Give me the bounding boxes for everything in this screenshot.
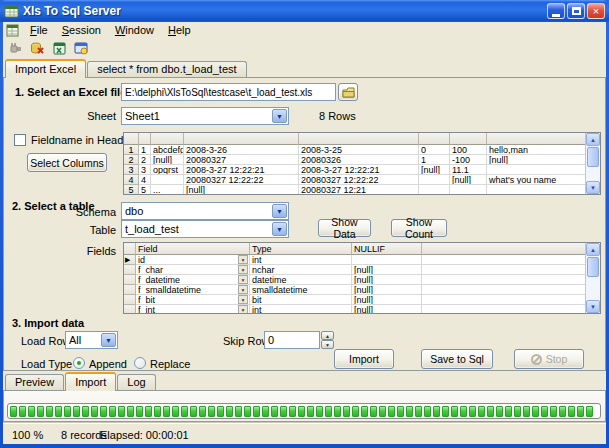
excel-grid-row[interactable]: 22[null]20080327200803261-100[null] [124, 155, 585, 165]
cell[interactable]: [null] [419, 165, 450, 175]
spin-up-icon[interactable]: ▲ [321, 331, 334, 340]
cell[interactable]: [null] [151, 155, 184, 165]
excel-file-input[interactable] [121, 83, 336, 101]
sheet-select[interactable]: Sheet1 ▼ [121, 107, 289, 125]
tab-preview[interactable]: Preview [5, 374, 64, 390]
cell[interactable]: 2 [139, 155, 151, 165]
cell[interactable] [419, 185, 450, 194]
fieldname-checkbox[interactable] [14, 134, 26, 146]
disconnect-button[interactable] [28, 40, 46, 57]
cell[interactable]: opqrst [151, 165, 184, 175]
scroll-thumb[interactable] [587, 147, 599, 167]
import-button[interactable]: Import [334, 349, 394, 369]
fields-grid-row[interactable]: ▼f_datetimedatetime[null] [124, 275, 585, 285]
cell[interactable]: 11.1 [450, 165, 487, 175]
cell[interactable]: 2008-3-25 [299, 145, 419, 155]
skip-rows-input[interactable] [264, 331, 320, 349]
field-name-cell[interactable]: ▼f_int [136, 305, 250, 313]
field-name-cell[interactable]: ▼id [136, 255, 250, 265]
field-type-cell[interactable]: nchar [250, 265, 352, 275]
cell[interactable]: 100 [450, 145, 487, 155]
scroll-up-icon[interactable]: ▲ [586, 243, 600, 256]
chevron-down-icon[interactable]: ▼ [238, 305, 248, 313]
chevron-down-icon[interactable]: ▼ [272, 109, 287, 123]
cell[interactable] [422, 295, 585, 305]
fields-grid-row[interactable]: ▼f_smalldatetimesmalldatetime[null] [124, 285, 585, 295]
field-name-cell[interactable]: ▼f_datetime [136, 275, 250, 285]
close-button[interactable]: × [587, 3, 605, 19]
cell[interactable]: ... [151, 185, 184, 194]
cell[interactable]: 20080327 [184, 155, 299, 165]
chevron-down-icon[interactable]: ▼ [238, 255, 248, 264]
column-header[interactable] [124, 243, 136, 255]
show-data-button[interactable]: Show Data [318, 219, 371, 237]
menu-session[interactable]: Session [55, 23, 108, 37]
cell[interactable] [487, 165, 585, 175]
cell[interactable]: -100 [450, 155, 487, 165]
cell[interactable]: 20080326 [299, 155, 419, 165]
field-type-cell[interactable]: bit [250, 295, 352, 305]
cell[interactable]: hello,man [487, 145, 585, 155]
excel-grid-row[interactable]: 11abcdefg2008-3-262008-3-250100hello,man [124, 145, 585, 155]
cell[interactable]: 3 [139, 165, 151, 175]
column-header[interactable] [450, 133, 487, 145]
column-header[interactable]: Field [136, 243, 250, 255]
nullif-cell[interactable]: [null] [352, 285, 422, 295]
chevron-down-icon[interactable]: ▼ [272, 222, 287, 236]
cell[interactable]: 0 [419, 145, 450, 155]
select-columns-button[interactable]: Select Columns [27, 153, 107, 172]
cell[interactable] [151, 175, 184, 185]
cell[interactable]: 2008-3-27 12:22:21 [299, 165, 419, 175]
tab-log[interactable]: Log [117, 374, 155, 390]
nullif-cell[interactable]: [null] [352, 275, 422, 285]
scroll-up-icon[interactable]: ▲ [586, 133, 600, 146]
menu-help[interactable]: Help [161, 23, 198, 37]
cell[interactable]: 20080327 12:22:22 [299, 175, 419, 185]
cell[interactable]: 2008-3-26 [184, 145, 299, 155]
row-header[interactable]: 1 [124, 145, 139, 155]
browse-button[interactable] [338, 83, 358, 101]
connect-button[interactable] [6, 40, 24, 57]
chevron-down-icon[interactable]: ▼ [238, 275, 248, 284]
scroll-down-icon[interactable]: ▼ [586, 300, 600, 313]
row-header[interactable]: 2 [124, 155, 139, 165]
cell[interactable]: [null] [184, 185, 299, 194]
field-name-cell[interactable]: ▼f_bit [136, 295, 250, 305]
fields-grid-row[interactable]: ▼f_bitbit[null] [124, 295, 585, 305]
excel-grid-row[interactable]: 33opqrst2008-3-27 12:22:212008-3-27 12:2… [124, 165, 585, 175]
row-header[interactable]: 3 [124, 165, 139, 175]
menu-file[interactable]: File [23, 23, 55, 37]
cell[interactable] [422, 285, 585, 295]
tab-select-from-dbo-t-load-test[interactable]: select * from dbo.t_load_test [87, 61, 246, 77]
nullif-cell[interactable]: [null] [352, 295, 422, 305]
minimize-button[interactable] [547, 3, 565, 19]
column-header[interactable]: Type [250, 243, 352, 255]
chevron-down-icon[interactable]: ▼ [238, 285, 248, 294]
schema-select[interactable]: dbo ▼ [121, 202, 289, 220]
scroll-thumb[interactable] [587, 257, 599, 277]
cell[interactable] [487, 185, 585, 194]
cell[interactable] [422, 255, 585, 265]
field-name-cell[interactable]: ▼f_char [136, 265, 250, 275]
row-header[interactable]: 4 [124, 175, 139, 185]
stop-button[interactable]: Stop [514, 349, 584, 369]
column-header[interactable] [151, 133, 184, 145]
column-header[interactable] [422, 243, 585, 255]
tab-import-excel[interactable]: Import Excel [5, 59, 86, 78]
chevron-down-icon[interactable]: ▼ [272, 204, 287, 218]
menu-window[interactable]: Window [108, 23, 161, 37]
cell[interactable] [422, 265, 585, 275]
column-header[interactable] [299, 133, 419, 145]
spin-down-icon[interactable]: ▼ [321, 340, 334, 349]
field-type-cell[interactable]: int [250, 255, 352, 265]
nullif-cell[interactable] [352, 255, 422, 265]
cell[interactable]: 20080327 12:21 [299, 185, 419, 194]
excel-grid-scrollbar[interactable]: ▲ ▼ [585, 133, 600, 194]
chevron-down-icon[interactable]: ▼ [238, 265, 248, 274]
cell[interactable]: [null] [487, 155, 585, 165]
table-select[interactable]: t_load_test ▼ [121, 220, 289, 238]
excel-grid-row[interactable]: 55...[null]20080327 12:21 [124, 185, 585, 194]
cell[interactable]: 5 [139, 185, 151, 194]
tab-import[interactable]: Import [65, 372, 116, 391]
field-type-cell[interactable]: smalldatetime [250, 285, 352, 295]
